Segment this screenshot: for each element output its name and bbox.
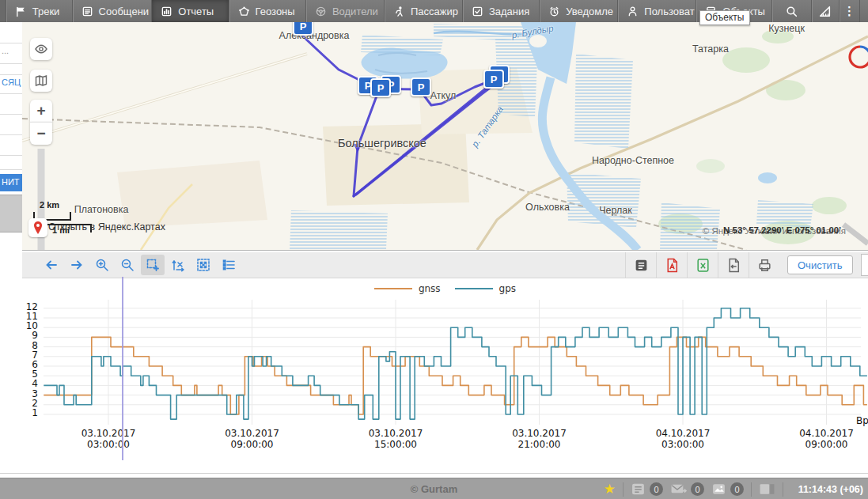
chart-forward-button[interactable] [65,255,89,275]
cursor-coordinates: N 53° 57.2290' E 075° 01.00' [723,225,841,235]
map-view-toggle[interactable] [861,254,868,276]
x-tick-label: 03.10.201709:00:00 [205,428,300,450]
media-icon[interactable] [711,482,726,497]
vertical-dots-icon: ⋮ [843,4,855,18]
x-tick-label: 04.10.201703:00:00 [635,428,730,450]
chart-zoom-selection-button[interactable] [141,255,165,275]
map-canvas[interactable]: АлександровкаТатаркаКузнецкАткулБольшегр… [22,22,868,250]
tab-geofences[interactable]: Геозоны [229,0,306,22]
tab-label: Отчеты [178,6,214,17]
panel-fragment: ... [2,46,9,55]
y-tick-label: 9 [22,330,38,341]
pdf-file-icon [665,258,680,273]
tools-button[interactable] [812,0,840,22]
clear-button[interactable]: Очистить [787,255,853,274]
minus-icon: − [36,125,45,142]
export-pdf-button[interactable] [656,252,687,278]
collapsed-left-panel[interactable]: ... СЯЦ НИТ [0,22,23,478]
units-tooltip: Объекты [699,10,750,25]
layout-panel-icon[interactable] [759,482,775,497]
steering-wheel-icon [315,6,327,17]
geofence-icon [238,6,250,17]
map-place-label: Татарка [692,43,729,55]
month-link-fragment[interactable]: СЯЦ [2,77,21,87]
tab-users[interactable]: Пользоват [618,0,696,22]
chart-zoom-out-button[interactable] [116,255,139,275]
zoom-out-button[interactable]: − [30,122,52,145]
printer-icon [757,258,772,273]
tab-tracks[interactable]: Треки [6,0,73,22]
yandex-logo-button[interactable] [28,218,47,237]
parking-marker[interactable]: P [370,78,391,97]
fit-screen-icon [196,258,210,272]
map-place-label: Александровка [279,30,350,41]
export-excel-button[interactable] [687,252,718,278]
legend-list-icon [222,258,236,272]
tab-label: Треки [32,6,60,17]
chart-zoom-in-button[interactable] [90,255,114,275]
y-tick-label: 7 [22,350,38,361]
report-template-button[interactable] [625,252,656,278]
ruler-triangle-icon [818,5,832,18]
chart-back-button[interactable] [40,255,63,275]
tab-reports[interactable]: Отчеты [152,0,229,22]
map-place-label: Кузнецк [768,23,805,34]
chart-legend-button[interactable] [217,255,241,275]
map-place-label: Большегривское [338,137,426,149]
tab-passengers[interactable]: Пассажир [385,0,463,22]
log-count-badge: 0 [650,482,663,496]
report-chart-icon [161,6,172,17]
log-icon[interactable] [631,482,646,497]
visibility-button[interactable] [30,38,52,60]
zoom-selection-icon [146,258,160,272]
more-menu-button[interactable]: ⋮ [840,0,860,22]
export-file-icon [726,258,741,273]
eye-icon [34,42,48,56]
tab-messages[interactable]: Сообщени [73,0,153,22]
map-layers-button[interactable] [30,70,52,92]
parking-marker[interactable]: P [293,22,313,36]
tab-notifications[interactable]: Уведомле [540,0,618,22]
execute-button-fragment[interactable]: НИТ [0,174,22,191]
open-in-yandex-link[interactable]: Открыть в Яндекс.Картах [48,221,165,232]
y-tick-label: 10 [22,320,38,331]
arrow-left-icon [44,258,59,272]
y-tick-label: 6 [22,359,38,370]
parking-marker[interactable]: P [411,77,431,96]
message-icon [81,6,93,17]
x-tick-label: 03.10.201715:00:00 [348,428,443,450]
tab-label: Пассажир [411,6,458,17]
tab-label: Геозоны [256,6,295,17]
map-place-label: Аткул [430,90,457,101]
zoom-x-axis-icon [171,258,185,272]
map-place-label: Платоновка [74,204,129,215]
parking-marker[interactable]: P [483,70,504,89]
favorites-star-icon[interactable]: ★ [604,482,616,496]
tab-label: Водители [332,6,378,17]
mail-icon[interactable] [670,482,687,497]
y-tick-label: 1 [22,407,38,418]
export-file-button[interactable] [718,252,749,278]
x-axis-title: Время [856,415,868,426]
search-button[interactable] [772,0,812,22]
y-tick-label: 8 [22,340,38,351]
chart-zoom-x-button[interactable] [166,255,190,275]
print-button[interactable] [749,252,779,278]
tab-label: Задания [489,6,529,17]
tab-label: Пользоват [644,6,694,17]
zoom-in-button[interactable]: + [30,100,52,122]
map-base-layer [22,22,868,250]
excel-file-icon [696,258,711,273]
map-place-label: Народно-Степное [592,155,674,166]
chart-toolbar-right: Очистить [625,252,868,278]
plus-icon: + [36,102,45,119]
x-tick-label: 03.10.201703:00:00 [61,428,156,450]
tab-jobs[interactable]: Задания [463,0,540,22]
search-icon [785,5,798,18]
user-account-button[interactable]: SibirM [860,0,868,22]
tab-drivers[interactable]: Водители [306,0,385,22]
media-count-badge: 0 [730,482,744,496]
y-tick-label: 4 [22,378,38,389]
messages-count-badge: 0 [691,482,704,496]
chart-fit-button[interactable] [191,255,215,275]
